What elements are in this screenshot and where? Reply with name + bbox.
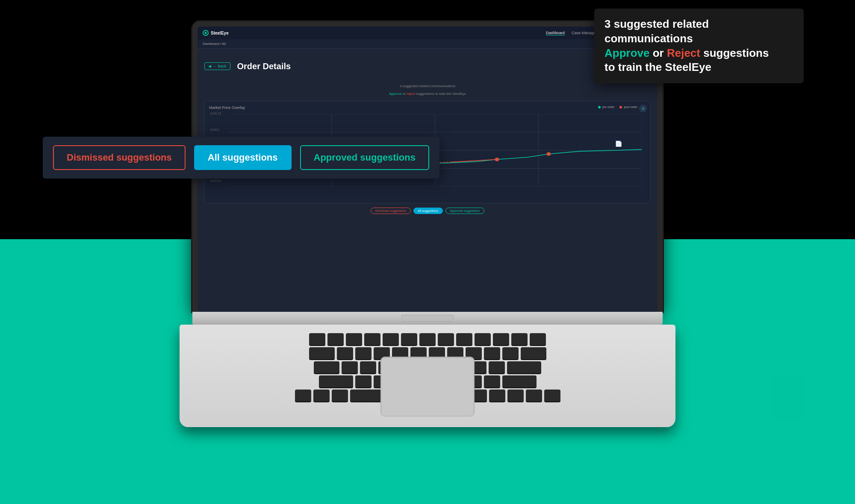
teal-accent	[770, 376, 804, 419]
legend-pre-order-dot	[598, 106, 601, 108]
filter-dismissed-btn-screen[interactable]: Dismissed suggestions	[371, 208, 411, 214]
key-w	[355, 347, 371, 359]
nav-case-manager[interactable]: Case Manager	[572, 31, 597, 35]
y-label-1: £100.12	[210, 112, 221, 115]
back-label: ← Back	[213, 64, 227, 68]
key-del	[521, 347, 546, 359]
page-header: ◀ ← Back Order Details	[204, 55, 651, 78]
legend-post-order-label: post order	[624, 105, 637, 108]
key-up	[526, 390, 542, 401]
laptop-keyboard	[180, 325, 675, 427]
callout-or-text: or	[653, 47, 667, 59]
key-2	[327, 333, 344, 345]
key-1	[309, 333, 325, 345]
breadcrumb-bar: Dashboard / All	[198, 39, 657, 49]
key-right	[544, 390, 560, 401]
chart-settings-icon[interactable]: ⚙	[639, 105, 647, 112]
app-navbar: SteelEye Dashboard Case Manager Communic…	[198, 26, 657, 39]
callout-approve-text: Approve	[604, 47, 649, 59]
page-title: Order Details	[237, 62, 291, 71]
key-5	[383, 333, 399, 345]
key-alt	[332, 390, 348, 401]
key-13	[530, 333, 546, 345]
nav-dashboard[interactable]: Dashboard	[546, 31, 565, 35]
key-8	[438, 333, 454, 345]
breadcrumb: Dashboard / All	[203, 42, 226, 46]
key-row-1	[205, 333, 650, 345]
touchpad[interactable]	[380, 357, 475, 416]
suggestions-action-text: Approve or reject suggestions to train t…	[389, 92, 466, 96]
key-ctrl	[313, 390, 330, 401]
key-7	[419, 333, 436, 345]
key-z	[355, 375, 371, 387]
filter-approved-btn-screen[interactable]: Approved suggestions	[445, 208, 484, 214]
key-a	[342, 361, 358, 373]
filter-all-btn-screen[interactable]: All suggestions	[413, 208, 443, 214]
callout-line2: Approve or Reject suggestions	[604, 46, 793, 61]
key-3	[346, 333, 362, 345]
key-q	[337, 347, 353, 359]
back-arrow-icon: ◀	[208, 64, 211, 68]
app-content: ◀ ← Back Order Details 3	[198, 49, 657, 220]
svg-text:📄: 📄	[615, 141, 623, 147]
key-p	[502, 347, 519, 359]
svg-point-14	[547, 152, 551, 156]
callout-box: 3 suggested related communications Appro…	[594, 9, 804, 83]
dismissed-suggestions-button[interactable]: Dismissed suggestions	[53, 145, 186, 170]
key-4	[364, 333, 380, 345]
key-tab	[309, 347, 335, 359]
laptop-base	[192, 312, 663, 325]
chart-legend: pre order post order	[598, 105, 637, 108]
key-left	[507, 390, 524, 401]
legend-pre-order-label: pre order	[602, 105, 614, 108]
back-button[interactable]: ◀ ← Back	[204, 62, 230, 70]
key-fn	[295, 390, 311, 401]
key-alt-r	[489, 390, 505, 401]
app-logo: SteelEye	[203, 30, 229, 36]
key-caps	[314, 361, 339, 373]
y-label-5: £100.04	[210, 179, 221, 182]
key-shift-r	[502, 375, 537, 387]
key-6	[401, 333, 417, 345]
legend-pre-order: pre order	[598, 105, 614, 108]
all-suggestions-button[interactable]: All suggestions	[194, 145, 292, 170]
key-enter	[507, 361, 541, 373]
callout-suffix-text: suggestions	[703, 47, 769, 59]
key-comma	[484, 375, 500, 387]
y-label-2: £100.1	[210, 128, 219, 131]
key-12	[511, 333, 528, 345]
key-shift-l	[319, 375, 353, 387]
key-11	[493, 333, 509, 345]
suggestions-suffix: suggestions to train the SteelEye	[416, 92, 466, 96]
callout-reject-text: Reject	[667, 47, 700, 59]
legend-post-order-dot	[619, 106, 622, 108]
key-o	[484, 347, 500, 359]
filter-buttons-screen: Dismissed suggestions All suggestions Ap…	[204, 208, 651, 214]
key-l	[489, 361, 505, 373]
logo-icon	[203, 30, 209, 36]
or-text: or	[403, 92, 407, 96]
floating-buttons: Dismissed suggestions All suggestions Ap…	[43, 137, 439, 179]
reject-link[interactable]: reject	[407, 92, 415, 96]
callout-line3: to train the SteelEye	[604, 60, 793, 75]
logo-text: SteelEye	[211, 31, 229, 35]
key-10	[475, 333, 491, 345]
approve-link[interactable]: Approve	[389, 92, 402, 96]
suggestions-info: 3 suggested related communications Appro…	[204, 81, 651, 97]
legend-post-order: post order	[619, 105, 637, 108]
key-9	[456, 333, 472, 345]
callout-line1: 3 suggested related communications	[604, 17, 793, 46]
approved-suggestions-button[interactable]: Approved suggestions	[300, 145, 429, 170]
suggestions-count-text: 3 suggested related communications	[400, 84, 455, 88]
chart-title: Market Price Overlay	[209, 105, 646, 110]
key-s	[360, 361, 376, 373]
